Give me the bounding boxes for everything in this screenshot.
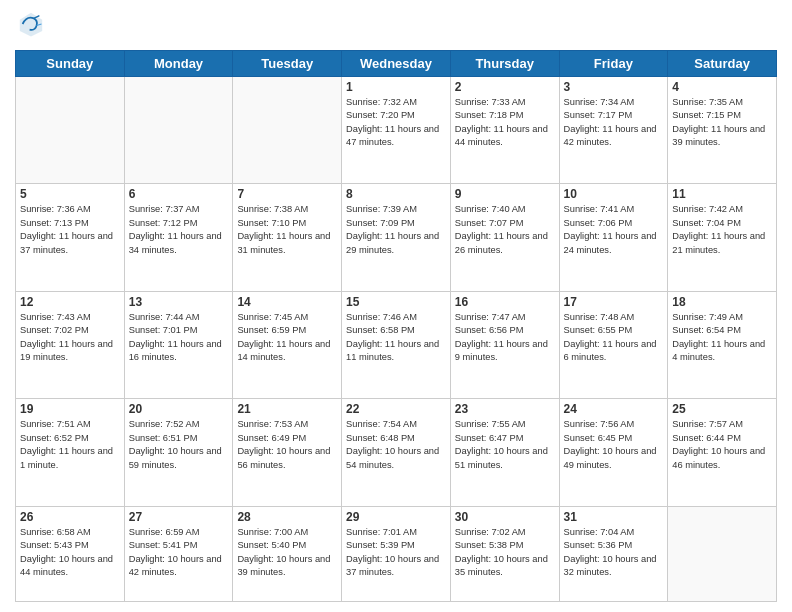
day-number: 4: [672, 80, 772, 94]
day-info: Sunrise: 7:38 AM Sunset: 7:10 PM Dayligh…: [237, 203, 337, 257]
day-cell: 10Sunrise: 7:41 AM Sunset: 7:06 PM Dayli…: [559, 184, 668, 291]
day-info: Sunrise: 7:32 AM Sunset: 7:20 PM Dayligh…: [346, 96, 446, 150]
day-cell: 27Sunrise: 6:59 AM Sunset: 5:41 PM Dayli…: [124, 506, 233, 601]
day-info: Sunrise: 7:35 AM Sunset: 7:15 PM Dayligh…: [672, 96, 772, 150]
page: SundayMondayTuesdayWednesdayThursdayFrid…: [0, 0, 792, 612]
day-cell: 16Sunrise: 7:47 AM Sunset: 6:56 PM Dayli…: [450, 291, 559, 398]
day-cell: 11Sunrise: 7:42 AM Sunset: 7:04 PM Dayli…: [668, 184, 777, 291]
day-cell: 17Sunrise: 7:48 AM Sunset: 6:55 PM Dayli…: [559, 291, 668, 398]
day-cell: 2Sunrise: 7:33 AM Sunset: 7:18 PM Daylig…: [450, 77, 559, 184]
day-number: 26: [20, 510, 120, 524]
day-cell: 26Sunrise: 6:58 AM Sunset: 5:43 PM Dayli…: [16, 506, 125, 601]
weekday-friday: Friday: [559, 51, 668, 77]
calendar-table: SundayMondayTuesdayWednesdayThursdayFrid…: [15, 50, 777, 602]
day-number: 16: [455, 295, 555, 309]
day-info: Sunrise: 7:49 AM Sunset: 6:54 PM Dayligh…: [672, 311, 772, 365]
calendar-body: 1Sunrise: 7:32 AM Sunset: 7:20 PM Daylig…: [16, 77, 777, 602]
day-cell: 15Sunrise: 7:46 AM Sunset: 6:58 PM Dayli…: [342, 291, 451, 398]
weekday-saturday: Saturday: [668, 51, 777, 77]
header: [15, 10, 777, 42]
day-info: Sunrise: 7:04 AM Sunset: 5:36 PM Dayligh…: [564, 526, 664, 580]
day-number: 8: [346, 187, 446, 201]
day-info: Sunrise: 7:36 AM Sunset: 7:13 PM Dayligh…: [20, 203, 120, 257]
day-number: 18: [672, 295, 772, 309]
day-info: Sunrise: 7:34 AM Sunset: 7:17 PM Dayligh…: [564, 96, 664, 150]
day-info: Sunrise: 7:46 AM Sunset: 6:58 PM Dayligh…: [346, 311, 446, 365]
weekday-wednesday: Wednesday: [342, 51, 451, 77]
day-cell: 5Sunrise: 7:36 AM Sunset: 7:13 PM Daylig…: [16, 184, 125, 291]
day-number: 3: [564, 80, 664, 94]
day-info: Sunrise: 7:54 AM Sunset: 6:48 PM Dayligh…: [346, 418, 446, 472]
weekday-monday: Monday: [124, 51, 233, 77]
day-number: 7: [237, 187, 337, 201]
day-info: Sunrise: 7:47 AM Sunset: 6:56 PM Dayligh…: [455, 311, 555, 365]
day-info: Sunrise: 6:58 AM Sunset: 5:43 PM Dayligh…: [20, 526, 120, 580]
day-cell: 6Sunrise: 7:37 AM Sunset: 7:12 PM Daylig…: [124, 184, 233, 291]
day-number: 19: [20, 402, 120, 416]
weekday-tuesday: Tuesday: [233, 51, 342, 77]
week-row-3: 19Sunrise: 7:51 AM Sunset: 6:52 PM Dayli…: [16, 399, 777, 506]
day-cell: 30Sunrise: 7:02 AM Sunset: 5:38 PM Dayli…: [450, 506, 559, 601]
day-info: Sunrise: 7:02 AM Sunset: 5:38 PM Dayligh…: [455, 526, 555, 580]
day-cell: 24Sunrise: 7:56 AM Sunset: 6:45 PM Dayli…: [559, 399, 668, 506]
day-number: 13: [129, 295, 229, 309]
day-number: 2: [455, 80, 555, 94]
day-info: Sunrise: 7:52 AM Sunset: 6:51 PM Dayligh…: [129, 418, 229, 472]
day-info: Sunrise: 7:57 AM Sunset: 6:44 PM Dayligh…: [672, 418, 772, 472]
day-number: 17: [564, 295, 664, 309]
day-number: 24: [564, 402, 664, 416]
logo-icon: [17, 10, 45, 38]
day-number: 31: [564, 510, 664, 524]
day-info: Sunrise: 7:40 AM Sunset: 7:07 PM Dayligh…: [455, 203, 555, 257]
day-info: Sunrise: 7:39 AM Sunset: 7:09 PM Dayligh…: [346, 203, 446, 257]
day-cell: 29Sunrise: 7:01 AM Sunset: 5:39 PM Dayli…: [342, 506, 451, 601]
day-cell: 31Sunrise: 7:04 AM Sunset: 5:36 PM Dayli…: [559, 506, 668, 601]
day-cell: 22Sunrise: 7:54 AM Sunset: 6:48 PM Dayli…: [342, 399, 451, 506]
day-number: 12: [20, 295, 120, 309]
week-row-0: 1Sunrise: 7:32 AM Sunset: 7:20 PM Daylig…: [16, 77, 777, 184]
week-row-2: 12Sunrise: 7:43 AM Sunset: 7:02 PM Dayli…: [16, 291, 777, 398]
day-cell: [124, 77, 233, 184]
day-cell: 20Sunrise: 7:52 AM Sunset: 6:51 PM Dayli…: [124, 399, 233, 506]
day-number: 14: [237, 295, 337, 309]
day-number: 21: [237, 402, 337, 416]
day-number: 29: [346, 510, 446, 524]
week-row-1: 5Sunrise: 7:36 AM Sunset: 7:13 PM Daylig…: [16, 184, 777, 291]
day-number: 20: [129, 402, 229, 416]
day-cell: 8Sunrise: 7:39 AM Sunset: 7:09 PM Daylig…: [342, 184, 451, 291]
day-number: 11: [672, 187, 772, 201]
day-number: 27: [129, 510, 229, 524]
day-number: 6: [129, 187, 229, 201]
day-number: 1: [346, 80, 446, 94]
day-cell: 3Sunrise: 7:34 AM Sunset: 7:17 PM Daylig…: [559, 77, 668, 184]
day-number: 28: [237, 510, 337, 524]
day-cell: 9Sunrise: 7:40 AM Sunset: 7:07 PM Daylig…: [450, 184, 559, 291]
day-number: 22: [346, 402, 446, 416]
day-cell: 7Sunrise: 7:38 AM Sunset: 7:10 PM Daylig…: [233, 184, 342, 291]
day-info: Sunrise: 7:43 AM Sunset: 7:02 PM Dayligh…: [20, 311, 120, 365]
weekday-sunday: Sunday: [16, 51, 125, 77]
day-info: Sunrise: 7:48 AM Sunset: 6:55 PM Dayligh…: [564, 311, 664, 365]
weekday-thursday: Thursday: [450, 51, 559, 77]
day-cell: 13Sunrise: 7:44 AM Sunset: 7:01 PM Dayli…: [124, 291, 233, 398]
day-cell: 18Sunrise: 7:49 AM Sunset: 6:54 PM Dayli…: [668, 291, 777, 398]
day-info: Sunrise: 7:00 AM Sunset: 5:40 PM Dayligh…: [237, 526, 337, 580]
week-row-4: 26Sunrise: 6:58 AM Sunset: 5:43 PM Dayli…: [16, 506, 777, 601]
day-cell: 12Sunrise: 7:43 AM Sunset: 7:02 PM Dayli…: [16, 291, 125, 398]
day-cell: 19Sunrise: 7:51 AM Sunset: 6:52 PM Dayli…: [16, 399, 125, 506]
day-cell: [16, 77, 125, 184]
day-info: Sunrise: 7:45 AM Sunset: 6:59 PM Dayligh…: [237, 311, 337, 365]
day-cell: 28Sunrise: 7:00 AM Sunset: 5:40 PM Dayli…: [233, 506, 342, 601]
day-number: 23: [455, 402, 555, 416]
day-info: Sunrise: 7:51 AM Sunset: 6:52 PM Dayligh…: [20, 418, 120, 472]
day-number: 30: [455, 510, 555, 524]
day-cell: 1Sunrise: 7:32 AM Sunset: 7:20 PM Daylig…: [342, 77, 451, 184]
day-number: 9: [455, 187, 555, 201]
day-number: 15: [346, 295, 446, 309]
day-info: Sunrise: 7:56 AM Sunset: 6:45 PM Dayligh…: [564, 418, 664, 472]
day-info: Sunrise: 7:01 AM Sunset: 5:39 PM Dayligh…: [346, 526, 446, 580]
day-info: Sunrise: 6:59 AM Sunset: 5:41 PM Dayligh…: [129, 526, 229, 580]
day-number: 25: [672, 402, 772, 416]
day-info: Sunrise: 7:41 AM Sunset: 7:06 PM Dayligh…: [564, 203, 664, 257]
day-number: 5: [20, 187, 120, 201]
